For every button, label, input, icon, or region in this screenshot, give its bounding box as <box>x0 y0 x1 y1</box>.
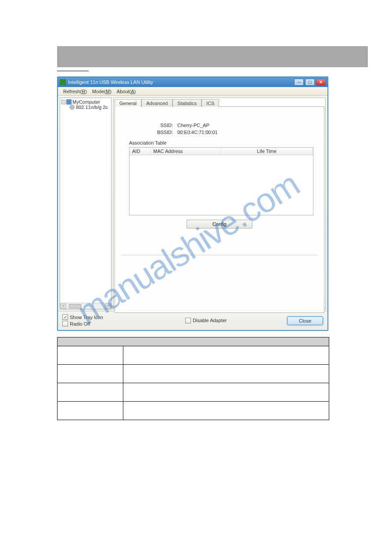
tabs-row: General Advanced Statistics ICS <box>115 99 325 106</box>
tab-statistics[interactable]: Statistics <box>173 99 201 107</box>
footer-row: ✓ Show Tray Icon Radio Off Disable Adapt… <box>58 311 327 330</box>
association-table[interactable]: AID MAC Address Life Time <box>129 147 313 215</box>
close-window-button[interactable]: ✕ <box>316 79 326 86</box>
config-button[interactable]: Config <box>187 220 252 229</box>
minimize-button[interactable]: — <box>294 79 304 86</box>
checkbox-icon: ✓ <box>62 314 68 320</box>
show-tray-icon-checkbox[interactable]: ✓ Show Tray Icon <box>62 314 128 320</box>
device-tree-panel: − MyComputer 802.11n/b/g 2c ‹ › <box>60 98 111 309</box>
window-title: Intelligent 11n USB Wireless LAN Utility <box>68 80 294 85</box>
tab-advanced[interactable]: Advanced <box>141 99 173 107</box>
description-table <box>57 337 329 420</box>
disable-adapter-label: Disable Adapter <box>193 318 227 323</box>
column-life-time[interactable]: Life Time <box>221 148 313 155</box>
table-row <box>58 402 329 420</box>
header-underline <box>57 71 89 71</box>
menu-mode[interactable]: Mode(M) <box>90 89 114 94</box>
tree-child-node[interactable]: 802.11n/b/g 2c <box>69 105 110 110</box>
show-tray-label: Show Tray Icon <box>70 315 103 320</box>
bssid-label: BSSID: <box>121 130 177 135</box>
tab-ics[interactable]: ICS <box>201 99 219 107</box>
footer-options-left: ✓ Show Tray Icon Radio Off <box>62 314 128 327</box>
ssid-label: SSID: <box>121 123 177 128</box>
column-mac-address[interactable]: MAC Address <box>151 148 221 155</box>
tree-toggle-icon[interactable]: − <box>61 100 65 104</box>
tree-horizontal-scrollbar[interactable]: ‹ › <box>60 303 111 309</box>
titlebar[interactable]: Intelligent 11n USB Wireless LAN Utility… <box>58 77 327 87</box>
disable-adapter-checkbox[interactable]: Disable Adapter <box>185 318 227 323</box>
app-body: − MyComputer 802.11n/b/g 2c ‹ › <box>58 96 327 311</box>
app-icon <box>60 79 66 85</box>
ssid-row: SSID: Cherry-PC_AP <box>121 123 318 128</box>
maximize-button[interactable]: ▢ <box>305 79 315 86</box>
close-button[interactable]: Close <box>287 316 323 325</box>
ssid-value: Cherry-PC_AP <box>177 123 318 128</box>
tab-general[interactable]: General <box>115 99 141 107</box>
scroll-right-arrow[interactable]: › <box>105 304 111 309</box>
window-controls: — ▢ ✕ <box>294 79 326 86</box>
app-window: Intelligent 11n USB Wireless LAN Utility… <box>57 76 328 331</box>
association-table-label: Association Table <box>129 140 318 145</box>
tab-content-general: SSID: Cherry-PC_AP BSSID: 00:E0:4C:71:00… <box>115 106 324 313</box>
bssid-row: BSSID: 00:E0:4C:71:00:01 <box>121 130 318 135</box>
menubar: Refresh(R) Mode(M) About(A) <box>58 87 327 96</box>
tree-root-node[interactable]: − MyComputer <box>61 99 110 105</box>
tree-child-label: 802.11n/b/g 2c <box>76 105 108 110</box>
table-row <box>58 383 329 402</box>
computer-icon <box>66 99 72 105</box>
association-table-header: AID MAC Address Life Time <box>129 148 313 155</box>
radio-off-checkbox[interactable]: Radio Off <box>62 321 128 326</box>
table-row <box>58 365 329 383</box>
column-aid[interactable]: AID <box>129 148 151 155</box>
scroll-left-arrow[interactable]: ‹ <box>60 304 66 309</box>
bssid-value: 00:E0:4C:71:00:01 <box>177 130 318 135</box>
checkbox-icon <box>185 318 191 323</box>
panel-separator <box>121 255 318 255</box>
desc-table-header <box>58 337 329 346</box>
checkbox-icon <box>62 321 68 326</box>
radio-off-label: Radio Off <box>70 321 90 326</box>
table-row <box>58 346 329 365</box>
menu-refresh[interactable]: Refresh(R) <box>61 89 90 94</box>
adapter-icon <box>69 105 75 110</box>
menu-about[interactable]: About(A) <box>114 89 138 94</box>
tree-root-label: MyComputer <box>72 99 100 105</box>
right-panel: General Advanced Statistics ICS SSID: Ch… <box>113 98 326 309</box>
scroll-thumb[interactable] <box>69 304 81 308</box>
page-header-banner <box>57 46 368 67</box>
